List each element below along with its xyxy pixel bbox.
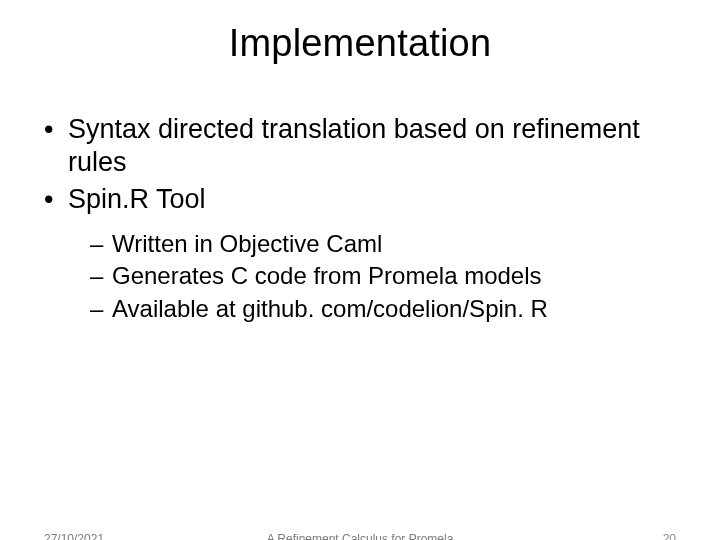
bullet-text: Written in Objective Caml	[112, 230, 382, 257]
list-item: Available at github. com/codelion/Spin. …	[90, 293, 676, 325]
list-item: Written in Objective Caml	[90, 228, 676, 260]
bullet-text: Syntax directed translation based on ref…	[68, 114, 640, 177]
slide-body: Syntax directed translation based on ref…	[0, 113, 720, 325]
slide: Implementation Syntax directed translati…	[0, 22, 720, 540]
list-item: Syntax directed translation based on ref…	[44, 113, 676, 179]
page-number: 20	[663, 532, 676, 540]
list-item: Generates C code from Promela models	[90, 260, 676, 292]
bullet-text: Spin.R Tool	[68, 184, 206, 214]
slide-title: Implementation	[0, 22, 720, 65]
bullet-text: Generates C code from Promela models	[112, 262, 542, 289]
bullet-text: Available at github. com/codelion/Spin. …	[112, 295, 548, 322]
footer-date: 27/10/2021	[44, 532, 104, 540]
list-item: Spin.R Tool Written in Objective Caml Ge…	[44, 183, 676, 325]
bullet-list: Syntax directed translation based on ref…	[44, 113, 676, 325]
footer-title: A Refinement Calculus for Promela	[267, 532, 454, 540]
sub-bullet-list: Written in Objective Caml Generates C co…	[90, 228, 676, 325]
slide-footer: 27/10/2021 A Refinement Calculus for Pro…	[0, 532, 720, 540]
